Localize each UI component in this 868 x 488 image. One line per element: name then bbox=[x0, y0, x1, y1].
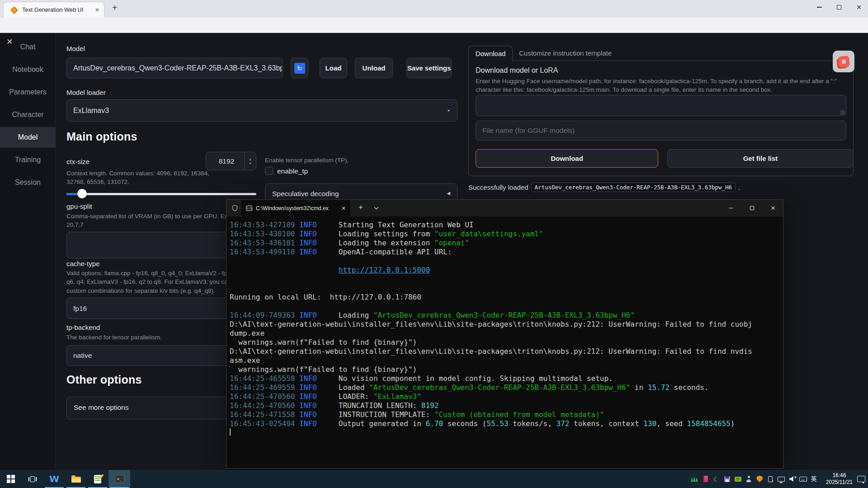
model-path-input[interactable] bbox=[476, 95, 846, 116]
status-suffix: . bbox=[738, 183, 740, 191]
window-maximize-button[interactable] bbox=[829, 0, 849, 14]
tray-user-icon[interactable] bbox=[745, 475, 753, 483]
floating-extension-button[interactable] bbox=[833, 51, 854, 72]
get-file-list-button[interactable]: Get file list bbox=[667, 149, 854, 168]
terminal-cursor bbox=[230, 428, 231, 436]
browser-tab[interactable]: Text Generation Web UI ✕ bbox=[4, 2, 104, 18]
cmd-icon: C:\ bbox=[246, 206, 252, 211]
see-more-options-label: See more options bbox=[74, 404, 129, 412]
other-options-title: Other options bbox=[66, 373, 142, 386]
tray-network-icon[interactable] bbox=[778, 475, 785, 483]
terminal-log-line bbox=[230, 302, 752, 311]
sidebar-nav: ChatNotebookParametersCharacterModelTrai… bbox=[0, 37, 56, 195]
task-view-icon bbox=[28, 476, 38, 482]
sidebar-item-parameters[interactable]: Parameters bbox=[0, 82, 56, 103]
clock-time: 16:46 bbox=[826, 472, 853, 479]
terminal-log-line: 16:44:25-471558 INFO INSTRUCTION TEMPLAT… bbox=[230, 410, 752, 419]
terminal-log-line: D:\AI\text-generation-webui\installer_fi… bbox=[230, 320, 752, 329]
terminal-log-line: Running on local URL: http://127.0.0.1:7… bbox=[230, 293, 752, 302]
status-prefix: Successfully loaded bbox=[468, 183, 528, 191]
terminal-new-tab-button[interactable]: + bbox=[359, 203, 363, 212]
taskbar-app-waterfox[interactable]: W bbox=[43, 470, 65, 488]
ctx-size-number-input[interactable]: 8192 ▴▾ bbox=[206, 152, 256, 170]
chevron-down-icon: ▾ bbox=[448, 108, 450, 113]
tray-ime-indicator[interactable]: 英 bbox=[810, 475, 818, 483]
terminal-minimize-button[interactable] bbox=[720, 200, 741, 216]
taskbar-clock[interactable]: 16:46 2025/11/21 bbox=[826, 472, 853, 486]
sidebar-item-character[interactable]: Character bbox=[0, 104, 56, 125]
model-input[interactable]: ArtusDev_cerebras_Qwen3-Coder-REAP-25B-A… bbox=[66, 58, 283, 78]
admin-shield-icon bbox=[231, 204, 238, 212]
start-button[interactable] bbox=[0, 470, 22, 488]
tab-customize-instruction-template[interactable]: Customize instruction template bbox=[519, 49, 612, 57]
window-minimize-button[interactable] bbox=[809, 0, 829, 14]
load-status-row: Successfully loaded ArtusDev_cerebras_Qw… bbox=[468, 183, 740, 192]
tab-download[interactable]: Download bbox=[468, 46, 513, 61]
sidebar-item-notebook[interactable]: Notebook bbox=[0, 59, 56, 80]
sidebar-item-session[interactable]: Session bbox=[0, 172, 56, 193]
tp-desc: Enable tensor parallelism (TP). bbox=[265, 156, 455, 164]
enable-tp-label: enable_tp bbox=[277, 167, 308, 175]
tray-firewall-shield-icon[interactable] bbox=[756, 475, 764, 483]
cube-icon bbox=[837, 55, 849, 67]
terminal-log-line bbox=[230, 275, 752, 284]
system-tray: ☾ ✕ 英 bbox=[691, 475, 821, 483]
browser-tab-title: Text Generation Web UI bbox=[22, 7, 91, 13]
accordion-arrow-icon: ◀ bbox=[447, 191, 450, 196]
taskbar-app-cmd[interactable]: >_ bbox=[108, 470, 130, 488]
number-stepper[interactable]: ▴▾ bbox=[244, 152, 256, 170]
ctx-size-slider[interactable] bbox=[66, 193, 256, 195]
tray-keyboard-icon[interactable] bbox=[799, 475, 807, 483]
file-name-input[interactable]: File name (for GGUF models) bbox=[476, 121, 846, 141]
terminal-tab-close-icon[interactable]: ✕ bbox=[341, 205, 346, 211]
new-tab-button[interactable]: + bbox=[112, 3, 118, 13]
refresh-models-button[interactable]: ↻ bbox=[291, 58, 308, 78]
sidebar-item-chat[interactable]: Chat bbox=[0, 37, 56, 57]
tray-floppy-icon[interactable] bbox=[723, 475, 731, 483]
save-settings-button[interactable]: Save settings bbox=[406, 58, 452, 78]
action-center-icon[interactable] bbox=[857, 476, 865, 482]
unload-button[interactable]: Unload bbox=[355, 58, 393, 78]
tray-nightlight-icon[interactable]: ☾ bbox=[712, 475, 720, 483]
maximize-icon bbox=[750, 206, 754, 210]
waterfox-icon: W bbox=[49, 474, 59, 484]
task-view-button[interactable] bbox=[22, 470, 43, 488]
terminal-log-line: dump.exe bbox=[230, 329, 752, 338]
tray-notebook-icon[interactable] bbox=[702, 475, 709, 483]
terminal-maximize-button[interactable] bbox=[741, 200, 763, 216]
model-loader-dropdown[interactable]: ExLlamav3 ▾ bbox=[66, 99, 458, 122]
window-close-button[interactable]: ✕ bbox=[849, 0, 868, 14]
enable-tp-checkbox[interactable] bbox=[265, 167, 273, 175]
slider-handle[interactable] bbox=[77, 189, 87, 198]
terminal-window[interactable]: C:\ C:\Windows\system32\cmd.ex ✕ + ✕ 16:… bbox=[226, 199, 783, 469]
terminal-log-line: warnings.warn(f"Failed to find {binary}"… bbox=[230, 365, 752, 374]
tray-usb-icon[interactable] bbox=[767, 475, 774, 483]
minimize-icon bbox=[729, 208, 733, 209]
browser-tab-bar: Text Generation Web UI ✕ + ✕ bbox=[0, 0, 868, 18]
sidebar-item-model[interactable]: Model bbox=[0, 127, 56, 148]
terminal-cursor-line bbox=[230, 428, 752, 438]
folder-icon bbox=[71, 475, 81, 483]
terminal-title-bar[interactable]: C:\ C:\Windows\system32\cmd.ex ✕ + ✕ bbox=[226, 200, 783, 216]
sidebar-item-training[interactable]: Training bbox=[0, 150, 56, 170]
terminal-log-line bbox=[230, 284, 752, 293]
terminal-log-line: 16:44:25-470560 INFO LOADER: "ExLlamav3" bbox=[230, 392, 752, 401]
terminal-dropdown-icon[interactable] bbox=[374, 206, 379, 210]
load-button[interactable]: Load bbox=[320, 58, 347, 78]
clock-date: 2025/11/21 bbox=[826, 479, 853, 486]
tray-volume-muted-icon[interactable]: ✕ bbox=[788, 475, 796, 483]
terminal-output: 16:43:53-427109 INFO Starting Text Gener… bbox=[230, 221, 752, 438]
download-button[interactable]: Download bbox=[476, 149, 658, 168]
terminal-tab[interactable]: C:\ C:\Windows\system32\cmd.ex ✕ bbox=[241, 200, 350, 216]
tab-close-icon[interactable]: ✕ bbox=[95, 7, 99, 13]
terminal-log-line: 16:43:53-436101 INFO Loading the extensi… bbox=[230, 239, 752, 248]
notepad-icon bbox=[94, 475, 101, 483]
taskbar-app-explorer[interactable] bbox=[65, 470, 87, 488]
tray-nvidia-icon[interactable] bbox=[734, 475, 742, 483]
close-icon: ✕ bbox=[856, 4, 862, 11]
resize-handle[interactable] bbox=[840, 110, 845, 115]
tray-grass-icon[interactable] bbox=[691, 475, 698, 483]
taskbar-app-notepadpp[interactable] bbox=[87, 470, 108, 488]
terminal-log-line: 16:44:25-465558 INFO No vision component… bbox=[230, 374, 752, 383]
terminal-close-button[interactable]: ✕ bbox=[763, 200, 783, 216]
